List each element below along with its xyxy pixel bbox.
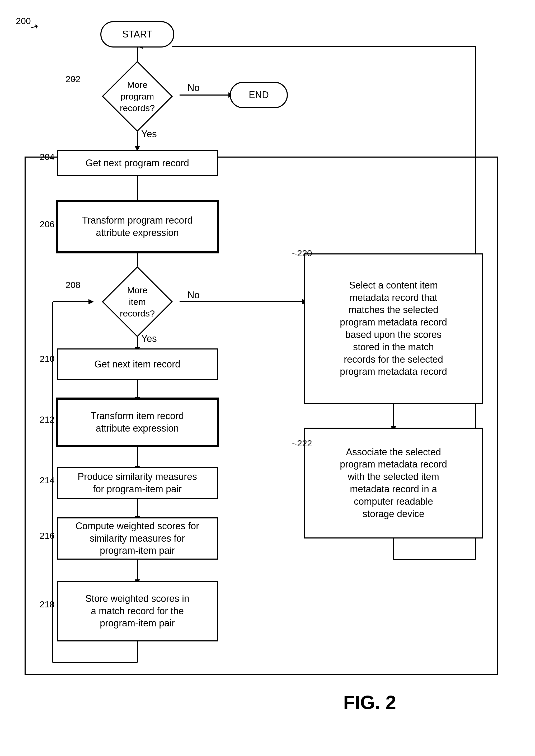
label-214: 214: [40, 475, 55, 485]
diagram-label-200: 200: [16, 16, 31, 26]
label-212: 212: [40, 415, 55, 425]
svg-text:No: No: [187, 82, 200, 93]
bracket-202: ⌒: [71, 78, 78, 88]
rect-204: Get next program record: [57, 150, 218, 176]
diamond-202-wrapper: Moreprogramrecords?: [94, 71, 181, 122]
diamond-202-text: Moreprogramrecords?: [120, 79, 155, 114]
svg-marker-30: [89, 299, 94, 304]
rect-212-inner-border: [56, 397, 219, 447]
rect-210: Get next item record: [57, 348, 218, 380]
rect-218: Store weighted scores ina match record f…: [57, 581, 218, 641]
bracket-220: ⌒: [289, 251, 299, 263]
label-204: 204: [40, 152, 55, 162]
rect-214: Produce similarity measuresfor program-i…: [57, 467, 218, 499]
label-210: 210: [40, 354, 55, 364]
label-208: 208: [66, 280, 80, 290]
diamond-208-wrapper: Moreitemrecords?: [94, 277, 181, 327]
bracket-222: ⌒: [289, 441, 299, 453]
rect-216: Compute weighted scores forsimilarity me…: [57, 517, 218, 560]
label-220: 220: [297, 248, 312, 258]
svg-text:No: No: [187, 289, 200, 300]
rect-206: Transform program recordattribute expres…: [57, 201, 218, 252]
label-218: 218: [40, 599, 55, 609]
svg-text:Yes: Yes: [141, 333, 157, 344]
svg-text:Yes: Yes: [141, 128, 157, 139]
rect-222: Associate the selectedprogram metadata r…: [304, 428, 483, 538]
end-node: END: [230, 82, 288, 108]
label-206: 206: [40, 219, 55, 230]
rect-206-inner-border: [56, 200, 219, 254]
start-node: START: [100, 21, 174, 47]
label-222: 222: [297, 438, 312, 448]
rect-220: Select a content itemmetadata record tha…: [304, 254, 483, 404]
diamond-208-text: Moreitemrecords?: [120, 284, 155, 319]
figure-label: FIG. 2: [343, 691, 396, 713]
flowchart-container: Yes No Yes No: [0, 0, 535, 756]
rect-212: Transform item recordattribute expressio…: [57, 399, 218, 446]
label-216: 216: [40, 530, 55, 541]
